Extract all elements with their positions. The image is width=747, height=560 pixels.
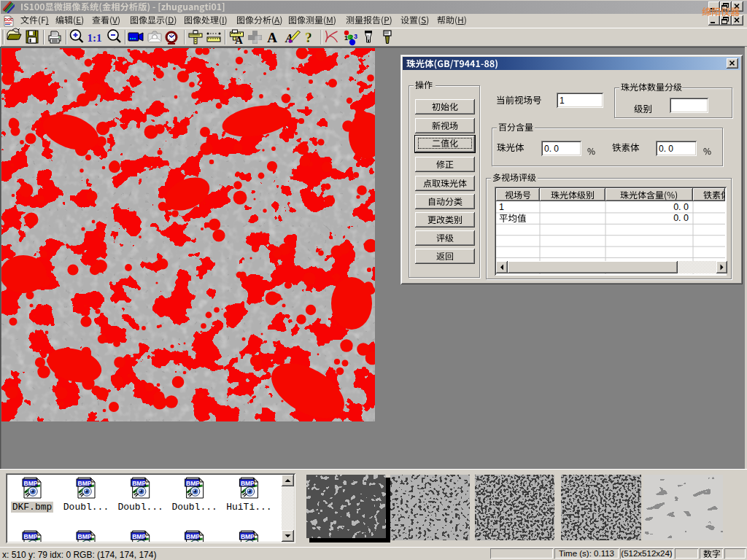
svg-text:A: A [267, 30, 277, 45]
svg-text:2: 2 [349, 34, 353, 41]
svg-text:1:1: 1:1 [88, 32, 102, 44]
svg-text:?: ? [305, 30, 312, 45]
svg-text:1: 1 [344, 34, 348, 42]
svg-text:A: A [235, 34, 243, 46]
svg-text:3: 3 [354, 33, 357, 40]
